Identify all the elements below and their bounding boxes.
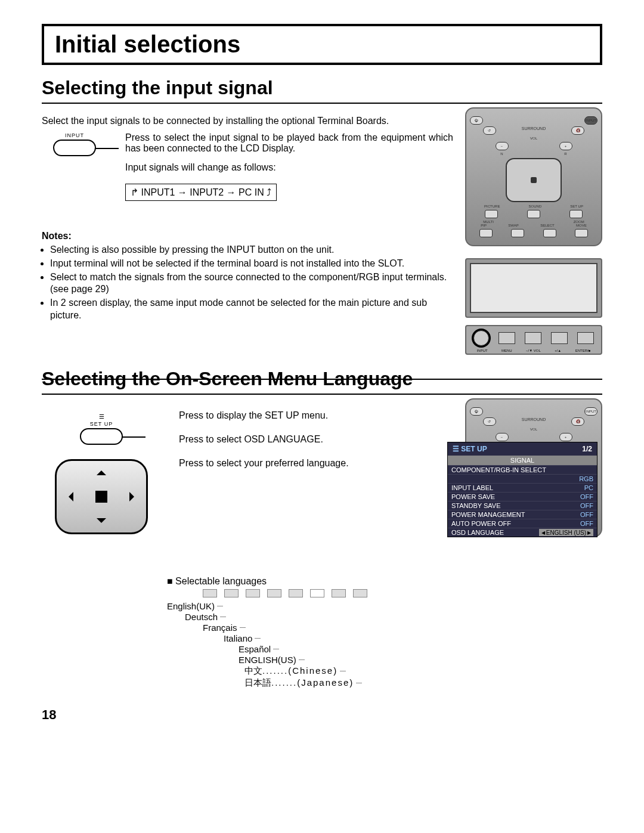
setup-button-diagram: ☰ SET UP	[42, 410, 161, 546]
osd-row-value: RGB	[579, 475, 593, 482]
osd-title: SET UP	[461, 445, 487, 453]
intro-text: Select the input signals to be connected…	[42, 116, 453, 126]
panel-button	[525, 332, 541, 344]
lang-italiano: Italiano	[224, 633, 252, 643]
osd-row-label: POWER MANAGEMENT	[451, 511, 525, 518]
osd-row-value: PC	[584, 484, 593, 491]
surround-label: SURROUND	[522, 126, 546, 135]
menu-lines-icon: ☰	[99, 413, 104, 420]
lang-english-us: ENGLISH(US)	[239, 655, 296, 665]
step-1-text: Press to display the SET UP menu.	[179, 410, 453, 421]
osd-row-label: OSD LANGUAGE	[451, 529, 504, 536]
screen-area	[470, 263, 597, 313]
section-heading-input-signal: Selecting the input signal	[42, 77, 602, 104]
menu-icon: ☰	[453, 445, 461, 453]
panel-input-button-highlight	[473, 330, 489, 346]
press-instruction: Press to select the input signal to be p…	[125, 132, 453, 154]
panel-button	[577, 332, 594, 344]
note-item: Input terminal will not be selected if t…	[50, 258, 453, 270]
mute-icon: 🔇	[571, 417, 584, 426]
lcd-display-diagram	[465, 258, 602, 318]
osd-row-label: POWER SAVE	[451, 493, 495, 500]
power-icon: ⏻	[470, 116, 483, 125]
note-item: Select to match the signals from the sou…	[50, 271, 453, 296]
vol-label: VOL	[530, 137, 537, 140]
lang-francais: Français	[203, 623, 237, 633]
notes-list: Selecting is also possible by pressing t…	[42, 244, 453, 322]
vol-up-button: +	[559, 142, 572, 150]
input-button: INPUT	[584, 116, 597, 125]
osd-language-selector: ENGLISH (US)	[539, 529, 593, 536]
step-2-text: Press to select OSD LANGUAGE.	[179, 434, 453, 445]
down-arrow-icon	[97, 518, 106, 528]
selectable-languages-block: Selectable languages English(UK) Deutsch…	[167, 576, 405, 689]
osd-row-value: OFF	[580, 511, 593, 518]
left-arrow-icon	[64, 492, 73, 501]
lang-english-uk: English(UK)	[167, 601, 215, 611]
up-arrow-icon	[97, 466, 106, 475]
lang-chinese-en: .......(Chinese)	[262, 665, 338, 676]
osd-row-label: AUTO POWER OFF	[451, 520, 511, 527]
section-heading-osd-language: Selecting the On-Screen Menu Language	[42, 368, 602, 395]
right-arrow-icon	[129, 492, 139, 501]
vol-down-button: −	[496, 142, 509, 150]
control-panel-diagram: INPUT MENU −/▼ VOL +/▲ ENTER/■	[465, 325, 602, 355]
lang-japanese-native: 日本語	[244, 677, 271, 688]
input-cycle-text: INPUT1 → INPUT2 → PC IN	[141, 187, 264, 197]
osd-row-value: OFF	[580, 520, 593, 527]
change-instruction: Input signals will change as follows:	[125, 162, 453, 173]
power-icon: ⏻	[470, 407, 483, 416]
page-number: 18	[42, 707, 602, 723]
osd-signal-row: SIGNAL	[448, 456, 597, 465]
input-button-label: INPUT	[42, 132, 107, 138]
lang-japanese-en: .......(Japanese)	[271, 677, 354, 688]
recall-icon: ↺	[483, 417, 496, 426]
cycle-arrow-icon: ↱	[131, 187, 141, 197]
page-title-box: Initial selections	[42, 24, 602, 65]
page-title: Initial selections	[55, 31, 589, 58]
step-3-text: Press to select your preferred language.	[179, 458, 453, 469]
osd-row-label: STANDBY SAVE	[451, 502, 501, 509]
remote-control-diagram-1: ⏻ INPUT ↺ SURROUND 🔇 VOL − + NR PICTURE	[465, 107, 602, 246]
remote-dpad	[506, 158, 562, 202]
sound-label: SOUND	[529, 205, 542, 208]
notes-heading: Notes:	[42, 231, 453, 241]
note-item: Selecting is also possible by pressing t…	[50, 244, 453, 256]
osd-row-value: OFF	[580, 493, 593, 500]
osd-setup-menu: ☰ SET UP 1/2 SIGNAL COMPONENT/RGB-IN SEL…	[447, 442, 597, 537]
enter-square-icon	[95, 491, 107, 503]
osd-row-value: OFF	[580, 502, 593, 509]
note-item: In 2 screen display, the same input mode…	[50, 297, 453, 322]
lang-chinese-native: 中文	[244, 665, 262, 676]
lang-deutsch: Deutsch	[185, 612, 218, 622]
navigation-pad-diagram	[55, 459, 148, 534]
setup-label: SET UP	[570, 205, 583, 208]
osd-page-indicator: 1/2	[582, 445, 592, 453]
lang-espanol: Español	[239, 644, 271, 654]
input-button-diagram: INPUT	[42, 132, 107, 201]
picture-label: PICTURE	[484, 205, 500, 208]
panel-button	[551, 332, 568, 344]
input-cycle-box: ↱ INPUT1 → INPUT2 → PC IN ⤴	[125, 184, 277, 201]
input-button: INPUT	[584, 407, 597, 416]
panel-button	[499, 332, 515, 344]
selectable-languages-title: Selectable languages	[167, 576, 405, 587]
recall-icon: ↺	[483, 126, 496, 135]
mute-icon: 🔇	[571, 126, 584, 135]
setup-button-icon	[80, 428, 123, 445]
osd-row-label: COMPONENT/RGB-IN SELECT	[451, 466, 546, 473]
setup-button-label: SET UP	[42, 421, 161, 427]
cycle-end-icon: ⤴	[264, 187, 271, 197]
osd-row-label: INPUT LABEL	[451, 484, 493, 491]
input-button-icon	[53, 140, 96, 156]
